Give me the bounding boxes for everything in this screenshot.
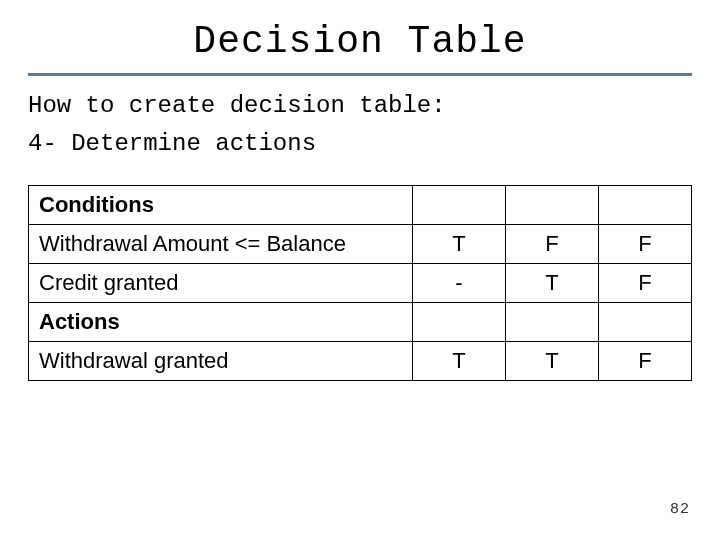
subtitle-line-2: 4- Determine actions <box>28 128 692 160</box>
conditions-header: Conditions <box>29 185 413 224</box>
action-label: Withdrawal granted <box>29 341 413 380</box>
decision-table: Conditions Withdrawal Amount <= Balance … <box>28 185 692 381</box>
cell-value: T <box>506 263 599 302</box>
table-row: Withdrawal Amount <= Balance T F F <box>29 224 692 263</box>
cell-value: F <box>599 341 692 380</box>
divider <box>28 73 692 76</box>
cell-blank <box>413 302 506 341</box>
table-row: Conditions <box>29 185 692 224</box>
cell-blank <box>506 185 599 224</box>
table-row: Actions <box>29 302 692 341</box>
page-number: 82 <box>670 501 690 518</box>
actions-header: Actions <box>29 302 413 341</box>
cell-value: T <box>506 341 599 380</box>
subtitle-line-1: How to create decision table: <box>28 90 692 122</box>
cell-value: T <box>413 224 506 263</box>
slide-title: Decision Table <box>0 0 720 63</box>
cell-value: T <box>413 341 506 380</box>
condition-label: Withdrawal Amount <= Balance <box>29 224 413 263</box>
cell-blank <box>599 302 692 341</box>
cell-value: F <box>599 224 692 263</box>
cell-value: F <box>506 224 599 263</box>
cell-blank <box>599 185 692 224</box>
cell-blank <box>506 302 599 341</box>
cell-blank <box>413 185 506 224</box>
table-row: Credit granted - T F <box>29 263 692 302</box>
cell-value: - <box>413 263 506 302</box>
table-row: Withdrawal granted T T F <box>29 341 692 380</box>
cell-value: F <box>599 263 692 302</box>
condition-label: Credit granted <box>29 263 413 302</box>
